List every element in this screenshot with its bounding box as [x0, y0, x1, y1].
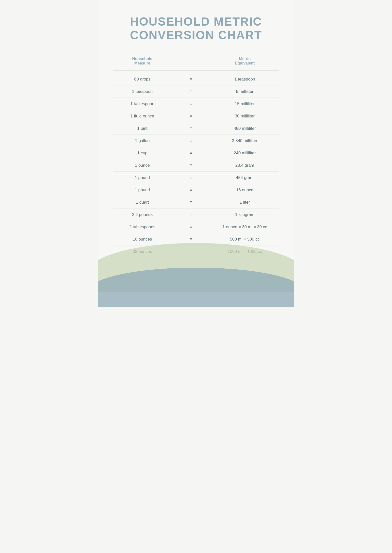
cell-household: 60 drops	[113, 77, 172, 82]
cell-equals: =	[184, 77, 198, 82]
cell-equals: =	[184, 212, 198, 217]
cell-equals: =	[184, 200, 198, 205]
cell-metric: 30 milliliter	[210, 114, 279, 119]
cell-household: 2.2 pounds	[113, 212, 172, 217]
cell-metric: 1 kilogram	[210, 212, 279, 217]
cell-equals: =	[184, 249, 198, 254]
cell-metric: 16 ounce	[210, 188, 279, 193]
cell-metric: 15 milliliter	[210, 101, 279, 106]
table-row: 2 tablespoons = 1 ounce = 30 ml = 30 cc	[113, 221, 279, 233]
table-header: HouseholdMeasure MetricEquivalent	[113, 54, 279, 71]
cell-household: 1 fluid ounce	[113, 114, 172, 119]
table-row: 1 pint = 480 milliliter	[113, 122, 279, 135]
cell-metric: 454 gram	[210, 175, 279, 180]
table-row: 32 ounces = 1000 ml = 1000 cc	[113, 245, 279, 258]
cell-equals: =	[184, 101, 198, 106]
cell-household: 1 pound	[113, 175, 172, 180]
cell-equals: =	[184, 187, 198, 193]
cell-equals: =	[184, 175, 198, 180]
cell-equals: =	[184, 163, 198, 168]
page-title: HOUSEHOLD METRIC CONVERSION CHART	[113, 15, 279, 42]
conversion-table: HouseholdMeasure MetricEquivalent 60 dro…	[113, 54, 279, 258]
cell-metric: 5 milliliter	[210, 89, 279, 94]
cell-metric: 240 milliliter	[210, 151, 279, 156]
table-row: 16 ounces = 500 ml = 500 cc	[113, 233, 279, 245]
cell-metric: 1000 ml = 1000 cc	[210, 249, 279, 254]
cell-metric: 500 ml = 500 cc	[210, 237, 279, 242]
cell-household: 1 gallon	[113, 138, 172, 143]
cell-household: 1 pound	[113, 188, 172, 193]
table-row: 1 teaspoon = 5 milliliter	[113, 85, 279, 98]
cell-household: 16 ounces	[113, 237, 172, 242]
cell-metric: 480 milliliter	[210, 126, 279, 131]
page: HOUSEHOLD METRIC CONVERSION CHART Househ…	[98, 0, 294, 307]
cell-household: 1 cup	[113, 151, 172, 156]
table-row: 1 pound = 454 gram	[113, 172, 279, 184]
cell-equals: =	[184, 114, 198, 119]
cell-metric: 1 liter	[210, 200, 279, 205]
table-row: 60 drops = 1 teaspoon	[113, 73, 279, 85]
table-row: 1 fluid ounce = 30 milliliter	[113, 110, 279, 122]
table-row: 1 tablespoon = 15 milliliter	[113, 98, 279, 110]
cell-equals: =	[184, 126, 198, 131]
table-body: 60 drops = 1 teaspoon 1 teaspoon = 5 mil…	[113, 73, 279, 258]
table-row: 2.2 pounds = 1 kilogram	[113, 209, 279, 221]
table-row: 1 quart = 1 liter	[113, 196, 279, 209]
table-row: 1 cup = 240 milliliter	[113, 147, 279, 159]
cell-equals: =	[184, 150, 198, 156]
wave-blue	[98, 268, 294, 307]
cell-household: 32 ounces	[113, 249, 172, 254]
cell-household: 1 quart	[113, 200, 172, 205]
cell-household: 2 tablespoons	[113, 225, 172, 229]
cell-equals: =	[184, 89, 198, 94]
cell-equals: =	[184, 237, 198, 242]
table-row: 1 gallon = 3,840 milliliter	[113, 135, 279, 147]
cell-metric: 1 ounce = 30 ml = 30 cc	[210, 225, 279, 229]
cell-household: 1 pint	[113, 126, 172, 131]
household-header: HouseholdMeasure	[113, 57, 172, 65]
cell-metric: 28.4 gram	[210, 163, 279, 168]
cell-household: 1 ounce	[113, 163, 172, 168]
metric-header: MetricEquivalent	[210, 57, 279, 65]
cell-equals: =	[184, 224, 198, 229]
cell-household: 1 teaspoon	[113, 89, 172, 94]
cell-equals: =	[184, 138, 198, 143]
cell-metric: 3,840 milliliter	[210, 138, 279, 143]
cell-metric: 1 teaspoon	[210, 77, 279, 82]
table-row: 1 ounce = 28.4 gram	[113, 159, 279, 172]
cell-household: 1 tablespoon	[113, 101, 172, 106]
table-row: 1 pound = 16 ounce	[113, 184, 279, 196]
